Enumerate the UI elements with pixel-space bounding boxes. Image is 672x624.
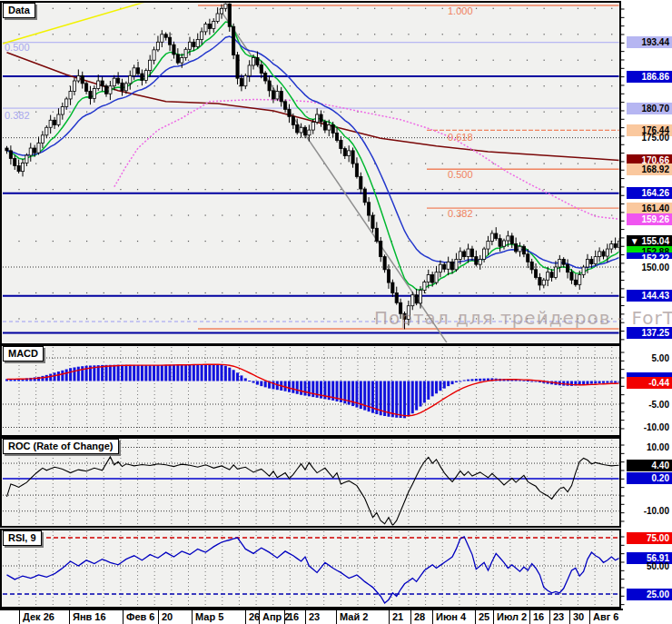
candle-body — [121, 83, 124, 91]
candle-body — [582, 267, 585, 275]
macd-bar — [129, 365, 132, 381]
candle-body — [240, 78, 242, 86]
axis-value-label: 75.00 — [627, 532, 672, 544]
candle-body — [427, 275, 430, 282]
candle-body — [57, 114, 60, 124]
candle-body — [292, 116, 294, 124]
candle-body — [124, 84, 127, 91]
macd-bar — [137, 365, 140, 381]
candle-body — [308, 130, 311, 135]
candle-body — [594, 257, 597, 264]
price-axis-label-column: 193.44186.86180.70176.44175.00170.66168.… — [627, 0, 672, 624]
candle-body — [129, 75, 132, 84]
macd-bar — [400, 381, 402, 419]
axis-value-label: 180.70 — [627, 103, 672, 114]
candle-body — [156, 42, 159, 50]
date-tick — [569, 610, 570, 624]
macd-bar — [81, 366, 84, 381]
macd-bar — [264, 381, 267, 388]
fib-label: 0.382 — [5, 110, 30, 121]
macd-bar — [288, 381, 291, 392]
candle-body — [435, 272, 438, 282]
candle-body — [14, 158, 16, 165]
candle-body — [212, 22, 215, 29]
date-label: Фев 6 — [126, 611, 154, 622]
macd-bar — [423, 381, 426, 403]
candle-body — [578, 275, 581, 285]
candle-body — [136, 68, 139, 74]
date-tick — [410, 610, 411, 624]
axis-value-label: 25.00 — [627, 589, 672, 600]
axis-value-label: -0.44 — [627, 377, 672, 389]
candle-body — [515, 243, 518, 252]
candle-body — [85, 84, 88, 92]
macd-bar — [308, 381, 311, 397]
macd-bar — [252, 381, 255, 383]
axis-value-label: 152.22 — [627, 253, 672, 259]
axis-value-label: 186.86 — [627, 71, 672, 83]
candle-body — [343, 149, 346, 156]
candle-body — [252, 57, 254, 65]
axis-value-label: 137.25 — [627, 327, 672, 339]
candle-body — [507, 236, 509, 241]
macd-bar — [610, 381, 613, 383]
macd-bar — [391, 381, 394, 418]
macd-bar — [300, 381, 302, 395]
candle-body — [256, 57, 259, 64]
candle-body — [383, 257, 386, 270]
date-tick — [245, 610, 246, 624]
candle-body — [161, 35, 163, 43]
axis-value-label: 175.00 — [627, 132, 672, 144]
candle-body — [423, 282, 426, 291]
candle-body — [21, 163, 24, 172]
date-tick — [305, 610, 306, 624]
candle-body — [41, 135, 44, 144]
macd-bar — [427, 381, 430, 400]
candle-body — [37, 143, 40, 153]
date-tick — [336, 610, 337, 624]
candle-body — [220, 8, 222, 14]
macd-bar — [49, 374, 52, 381]
candle-body — [574, 280, 577, 284]
candle-body — [566, 264, 568, 272]
candle-body — [340, 140, 342, 148]
candle-body — [109, 86, 112, 94]
axis-value-label: 50.00 — [627, 560, 672, 572]
candle-body — [296, 124, 299, 133]
candle-body — [228, 4, 231, 26]
macd-bar — [447, 381, 450, 387]
date-label: Янв 16 — [73, 611, 106, 622]
macd-bar — [475, 379, 478, 381]
candle-body — [443, 264, 446, 269]
macd-bar — [228, 368, 231, 381]
candle-body — [610, 243, 613, 249]
axis-value-label: -5.00 — [627, 399, 672, 411]
macd-bar — [54, 372, 56, 381]
candle-body — [208, 24, 211, 28]
axis-value-label: 161.40 — [627, 203, 672, 214]
macd-bar — [431, 381, 434, 397]
macd-bar — [606, 381, 608, 383]
panel-title-roc: ROC (Rate of Change) — [3, 439, 119, 454]
macd-bar — [415, 381, 418, 411]
candle-body — [328, 124, 331, 130]
macd-bar — [69, 368, 72, 381]
candle-body — [570, 272, 573, 281]
chart-plot-area[interactable]: 1.0000.6180.5000.3820.5000.382 — [0, 0, 628, 609]
macd-bar — [105, 365, 108, 381]
candle-body — [45, 127, 48, 135]
candle-body — [606, 249, 608, 256]
axis-value-label: -10.00 — [627, 505, 672, 517]
candle-body — [348, 151, 351, 156]
candle-body — [323, 122, 326, 130]
date-label: 23 — [553, 611, 564, 622]
candle-body — [527, 254, 529, 262]
macd-bar — [117, 365, 120, 381]
macd-bar — [420, 381, 422, 407]
candle-body — [232, 26, 235, 54]
macd-bar — [598, 381, 601, 384]
macd-bar — [411, 381, 414, 414]
candle-body — [490, 233, 493, 242]
candle-body — [224, 4, 227, 8]
date-tick — [475, 610, 476, 624]
